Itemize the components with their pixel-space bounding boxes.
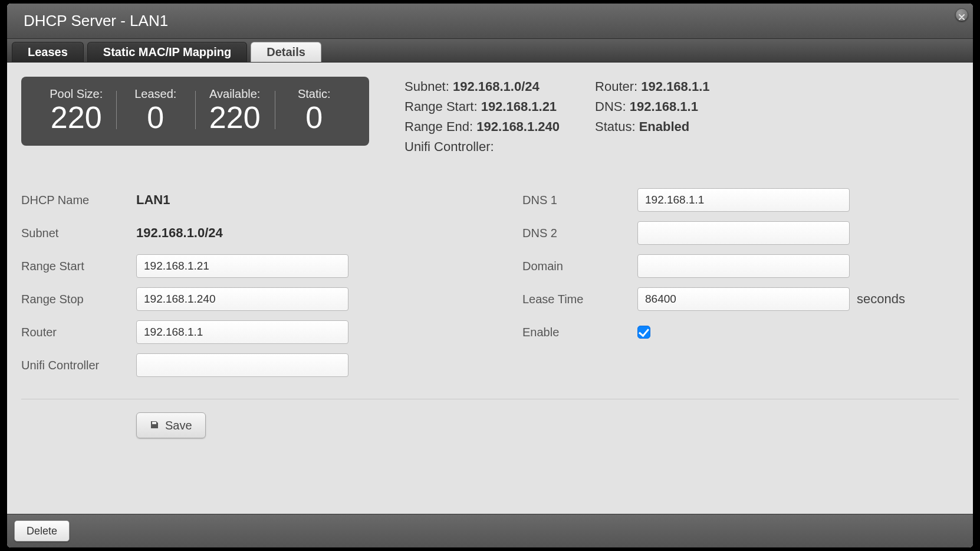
form-col-right: DNS 1 DNS 2 Domain Lease Time seco [522,185,959,383]
stat-label: Available: [195,87,275,101]
summary: Subnet: 192.168.1.0/24 Range Start: 192.… [405,77,710,157]
summary-router: Router: 192.168.1.1 [595,77,710,97]
row-dns2: DNS 2 [522,218,959,248]
value-subnet: 192.168.1.0/24 [136,225,223,241]
close-icon [959,6,965,24]
save-button[interactable]: Save [136,412,206,438]
save-button-label: Save [165,419,192,432]
label-router: Router [21,326,136,339]
stat-available: Available: 220 [195,87,275,133]
stat-label: Static: [275,87,354,101]
stat-label: Pool Size: [37,87,116,101]
close-button[interactable] [955,8,968,21]
row-range-stop: Range Stop [21,284,458,314]
stat-value: 0 [116,102,196,133]
checkbox-enable[interactable] [637,326,650,339]
value-dhcp-name: LAN1 [136,192,170,208]
row-unifi: Unifi Controller [21,350,458,380]
overview-row: Pool Size: 220 Leased: 0 Available: 220 … [21,77,959,157]
input-domain[interactable] [637,254,850,278]
label-enable: Enable [522,326,637,339]
modal-title: DHCP Server - LAN1 [24,12,168,30]
label-subnet: Subnet [21,227,136,240]
stat-value: 220 [195,102,275,133]
summary-dns: DNS: 192.168.1.1 [595,97,710,117]
tab-mapping[interactable]: Static MAC/IP Mapping [87,42,247,62]
form-col-left: DHCP Name LAN1 Subnet 192.168.1.0/24 Ran… [21,185,458,383]
input-unifi[interactable] [136,353,348,377]
input-range-start[interactable] [136,254,348,278]
row-range-start: Range Start [21,251,458,281]
label-dns1: DNS 1 [522,193,637,207]
row-lease-time: Lease Time seconds [522,284,959,314]
label-dhcp-name: DHCP Name [21,193,136,207]
summary-status: Status: Enabled [595,117,710,137]
label-unifi: Unifi Controller [21,359,136,372]
row-router: Router [21,317,458,347]
row-domain: Domain [522,251,959,281]
tabbar: Leases Static MAC/IP Mapping Details [7,39,973,63]
delete-button[interactable]: Delete [14,520,70,542]
label-range-start: Range Start [21,260,136,273]
row-dns1: DNS 1 [522,185,959,215]
modal-header: DHCP Server - LAN1 [7,4,973,39]
row-subnet: Subnet 192.168.1.0/24 [21,218,458,248]
stat-value: 0 [275,102,354,133]
modal-body: Pool Size: 220 Leased: 0 Available: 220 … [7,63,973,514]
input-router[interactable] [136,320,348,344]
summary-unifi: Unifi Controller: [405,137,560,157]
save-icon [150,419,159,432]
stats-panel: Pool Size: 220 Leased: 0 Available: 220 … [21,77,369,146]
dhcp-details-modal: DHCP Server - LAN1 Leases Static MAC/IP … [7,4,973,547]
app-shell: DHCP Server - LAN1 Leases Static MAC/IP … [0,0,980,551]
form: DHCP Name LAN1 Subnet 192.168.1.0/24 Ran… [21,185,959,383]
input-lease-time[interactable] [637,287,850,311]
row-dhcp-name: DHCP Name LAN1 [21,185,458,215]
row-enable: Enable [522,317,959,347]
stat-leased: Leased: 0 [116,87,196,133]
divider [21,399,959,399]
input-dns2[interactable] [637,221,850,245]
modal-footer: Delete [7,514,973,547]
tab-details[interactable]: Details [251,42,321,62]
label-range-stop: Range Stop [21,293,136,306]
summary-col-left: Subnet: 192.168.1.0/24 Range Start: 192.… [405,77,560,157]
stat-static: Static: 0 [275,87,354,133]
tab-leases[interactable]: Leases [12,42,84,62]
stat-pool-size: Pool Size: 220 [37,87,116,133]
input-range-stop[interactable] [136,287,348,311]
label-dns2: DNS 2 [522,227,637,240]
stat-value: 220 [37,102,116,133]
summary-col-right: Router: 192.168.1.1 DNS: 192.168.1.1 Sta… [595,77,710,157]
lease-time-suffix: seconds [857,291,905,307]
summary-subnet: Subnet: 192.168.1.0/24 [405,77,560,97]
stat-label: Leased: [116,87,196,101]
input-dns1[interactable] [637,188,850,212]
label-lease-time: Lease Time [522,293,637,306]
label-domain: Domain [522,260,637,273]
summary-range-start: Range Start: 192.168.1.21 [405,97,560,117]
summary-range-end: Range End: 192.168.1.240 [405,117,560,137]
